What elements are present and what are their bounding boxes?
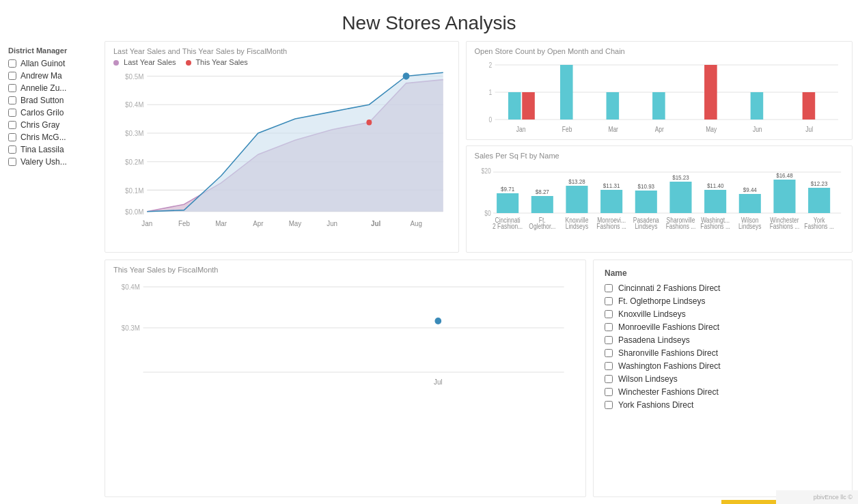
sidebar-item[interactable]: Andrew Ma	[8, 71, 91, 81]
sidebar-item-label: Chris McG...	[20, 132, 66, 142]
last-year-legend-item: Last Year Sales	[113, 58, 176, 66]
svg-text:Jul: Jul	[805, 126, 813, 133]
name-list-checkbox[interactable]	[605, 336, 613, 344]
sidebar-checkbox[interactable]	[8, 133, 16, 141]
name-list-item-label: Wilson Lindseys	[618, 374, 678, 384]
sidebar-item[interactable]: Carlos Grilo	[8, 108, 91, 117]
name-list-item-label: Washington Fashions Direct	[618, 361, 721, 371]
name-list-checkbox[interactable]	[605, 362, 613, 370]
name-list-item-label: York Fashions Direct	[618, 400, 693, 410]
sidebar-checkbox[interactable]	[8, 145, 16, 154]
svg-text:1: 1	[488, 89, 492, 96]
sidebar-item-label: Tina Lassila	[20, 145, 64, 154]
name-list-item[interactable]: Knoxville Lindseys	[605, 309, 841, 319]
bar-mar-fashions	[606, 92, 619, 120]
last-year-highlight-dot	[366, 120, 372, 125]
bar-sharonville	[669, 182, 691, 213]
page-title: New Stores Analysis	[0, 0, 858, 41]
svg-text:$8.27: $8.27	[535, 188, 549, 195]
bar-feb-fashions	[560, 65, 573, 120]
name-list-item[interactable]: Winchester Fashions Direct	[605, 387, 841, 397]
name-list-checkbox[interactable]	[605, 284, 613, 292]
name-list-item[interactable]: Monroeville Fashions Direct	[605, 322, 841, 332]
svg-text:$0.3M: $0.3M	[125, 130, 143, 137]
bottom-row: This Year Sales by FiscalMonth $0.4M $0.…	[105, 260, 853, 497]
line-chart-legend: Last Year Sales This Year Sales	[113, 58, 450, 66]
content-area: Last Year Sales and This Year Sales by F…	[99, 41, 858, 497]
svg-text:Mar: Mar	[608, 126, 618, 133]
sidebar-checkbox[interactable]	[8, 158, 16, 166]
svg-text:Jul: Jul	[371, 219, 380, 227]
sqft-chart-title: Sales Per Sq Ft by Name	[475, 152, 844, 160]
line-chart-svg: $0.5M $0.4M $0.3M $0.2M $0.1M $0.0M	[113, 69, 450, 233]
name-list-item[interactable]: Washington Fashions Direct	[605, 361, 841, 371]
svg-text:May: May	[289, 219, 302, 227]
name-list-item[interactable]: Sharonville Fashions Direct	[605, 348, 841, 358]
footer-bar: pbivEnce llc ©	[776, 490, 858, 504]
name-list-checkbox[interactable]	[605, 375, 613, 383]
bar-washington	[704, 190, 726, 213]
name-list-item[interactable]: Pasadena Lindseys	[605, 335, 841, 345]
open-store-chart-svg: 2 1 0	[475, 58, 844, 140]
svg-text:2 Fashion...: 2 Fashion...	[493, 223, 523, 230]
sidebar-checkbox[interactable]	[8, 84, 16, 92]
name-list-checkbox[interactable]	[605, 310, 613, 318]
sidebar-item[interactable]: Brad Sutton	[8, 96, 91, 105]
svg-text:Fashions ...: Fashions ...	[665, 223, 695, 230]
svg-text:Jan: Jan	[141, 219, 152, 227]
svg-text:Apr: Apr	[654, 126, 663, 133]
name-list-title: Name	[605, 268, 841, 278]
svg-text:Feb: Feb	[562, 126, 572, 133]
svg-text:$20: $20	[481, 167, 490, 175]
svg-text:Jun: Jun	[327, 219, 337, 227]
svg-text:Fashions ...: Fashions ...	[700, 223, 730, 230]
this-year-chart-panel: This Year Sales by FiscalMonth $0.4M $0.…	[105, 260, 586, 497]
name-list-item[interactable]: Ft. Oglethorpe Lindseys	[605, 296, 841, 306]
sqft-chart-panel: Sales Per Sq Ft by Name $20 $0 $9.71 Cin…	[466, 145, 853, 253]
sidebar-item[interactable]: Allan Guinot	[8, 59, 91, 68]
svg-text:$0.3M: $0.3M	[122, 324, 140, 332]
sidebar-checkbox[interactable]	[8, 121, 16, 129]
sidebar-item[interactable]: Valery Ush...	[8, 157, 91, 167]
name-list-item-label: Knoxville Lindseys	[618, 309, 686, 319]
sidebar-item-label: Chris Gray	[20, 120, 59, 130]
sidebar-item[interactable]: Chris McG...	[8, 132, 91, 142]
svg-text:$11.40: $11.40	[706, 182, 723, 189]
bar-cincinnati	[497, 193, 518, 213]
name-list-checkbox[interactable]	[605, 388, 613, 396]
svg-text:Apr: Apr	[253, 219, 264, 227]
svg-text:May: May	[706, 126, 717, 133]
svg-text:$12.23: $12.23	[810, 180, 827, 187]
name-list-item[interactable]: York Fashions Direct	[605, 400, 841, 410]
svg-text:Fashions ...: Fashions ...	[596, 223, 626, 230]
this-year-highlight-dot	[403, 72, 410, 79]
name-list-checkbox[interactable]	[605, 297, 613, 305]
svg-text:$10.93: $10.93	[637, 182, 654, 190]
bar-wilson	[738, 194, 760, 213]
svg-text:$15.23: $15.23	[672, 173, 689, 181]
sidebar-checkbox[interactable]	[8, 72, 16, 80]
name-list-checkbox[interactable]	[605, 349, 613, 357]
sidebar-checkbox[interactable]	[8, 96, 16, 104]
sidebar-item-label: Carlos Grilo	[20, 108, 64, 117]
bar-jan-lindseys	[522, 92, 535, 120]
svg-text:$0.5M: $0.5M	[125, 72, 143, 80]
sidebar-checkbox[interactable]	[8, 109, 16, 117]
sidebar-item[interactable]: Chris Gray	[8, 120, 91, 130]
name-list-checkbox[interactable]	[605, 401, 613, 409]
svg-text:$9.44: $9.44	[743, 186, 756, 193]
sidebar-checkbox[interactable]	[8, 59, 16, 68]
line-chart-title: Last Year Sales and This Year Sales by F…	[113, 47, 450, 55]
sidebar-item-label: Annelie Zu...	[20, 83, 66, 93]
name-list-checkbox[interactable]	[605, 323, 613, 331]
this-year-single-dot	[434, 318, 441, 324]
name-list-item[interactable]: Wilson Lindseys	[605, 374, 841, 384]
sidebar-item-label: Andrew Ma	[20, 71, 62, 81]
bar-winchester	[773, 180, 795, 213]
name-list-item-label: Monroeville Fashions Direct	[618, 322, 719, 332]
sidebar-item[interactable]: Annelie Zu...	[8, 83, 91, 93]
bar-pasadena	[635, 191, 656, 213]
sidebar-item[interactable]: Tina Lassila	[8, 145, 91, 154]
name-list-item[interactable]: Cincinnati 2 Fashions Direct	[605, 283, 841, 293]
bar-york	[808, 188, 830, 213]
